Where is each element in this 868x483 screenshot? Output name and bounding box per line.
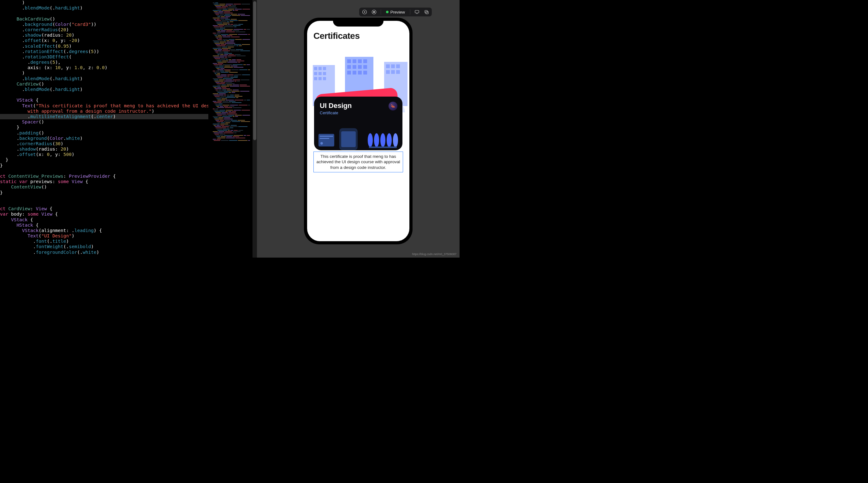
code-line[interactable]: } [0, 125, 208, 130]
code-line[interactable]: ct CardView: View { [0, 206, 208, 212]
svg-rect-19 [347, 59, 351, 63]
duplicate-icon[interactable] [424, 9, 429, 15]
svg-rect-9 [314, 67, 317, 70]
code-line[interactable]: Text("UI Design") [0, 233, 208, 239]
svg-rect-24 [352, 65, 356, 69]
code-line[interactable]: var body: some View { [0, 212, 208, 217]
code-line[interactable]: HStack { [0, 222, 208, 228]
code-line[interactable]: axis: (x: 10, y: 1.0, z: 0.0) [0, 65, 208, 70]
device-notch [333, 18, 383, 27]
svg-rect-41 [320, 136, 333, 137]
code-line[interactable]: ) [0, 70, 208, 76]
description-text[interactable]: This certificate is proof that meng to h… [313, 152, 403, 172]
code-line[interactable]: ContentView() [0, 184, 208, 190]
code-line[interactable]: VStack { [0, 217, 208, 222]
svg-rect-26 [363, 65, 367, 69]
code-line[interactable]: } [0, 157, 208, 162]
status-dot-icon [386, 11, 389, 13]
code-line[interactable]: } [0, 190, 208, 195]
device-frame: Certificates [304, 18, 412, 244]
code-line[interactable]: .offset(x: 0, y: -20) [0, 38, 208, 43]
code-line[interactable]: static var previews: some View { [0, 179, 208, 184]
svg-rect-20 [352, 59, 356, 63]
code-line[interactable]: BackCardView() [0, 17, 208, 22]
code-line[interactable]: .blendMode(.hardLight) [0, 76, 208, 82]
svg-rect-22 [363, 59, 367, 63]
code-line[interactable]: .font(.title) [0, 239, 208, 244]
code-line[interactable] [0, 168, 208, 174]
svg-rect-6 [425, 10, 427, 13]
svg-rect-13 [318, 72, 322, 75]
code-line[interactable]: .rotationEffect(.degrees(5)) [0, 49, 208, 54]
code-line[interactable]: .background(Color.white) [0, 136, 208, 141]
svg-rect-21 [358, 59, 362, 63]
code-line[interactable]: CardView() [0, 82, 208, 87]
watermark: https://blog.csdn.net/m0_37508087 [412, 252, 457, 256]
svg-rect-28 [352, 71, 356, 74]
svg-rect-14 [323, 72, 326, 75]
svg-point-47 [374, 133, 379, 147]
svg-rect-33 [391, 64, 395, 68]
preview-toolbar: Preview [359, 7, 432, 17]
toolbar-divider [381, 9, 381, 14]
code-line[interactable]: Spacer() [0, 119, 208, 125]
code-line[interactable]: .shadow(radius: 20) [0, 32, 208, 38]
code-line[interactable] [0, 11, 208, 16]
svg-rect-37 [396, 70, 400, 74]
code-line[interactable]: .cornerRadius(20) [0, 27, 208, 32]
code-line[interactable] [0, 92, 208, 97]
code-line[interactable]: .shadow(radius: 20) [0, 147, 208, 152]
svg-rect-34 [396, 64, 400, 68]
display-icon[interactable] [414, 9, 420, 15]
svg-rect-17 [323, 77, 326, 80]
page-title: Certificates [313, 31, 403, 41]
svg-rect-35 [386, 70, 390, 74]
svg-rect-15 [314, 77, 317, 80]
code-line[interactable]: .cornerRadius(30) [0, 141, 208, 147]
svg-rect-29 [358, 71, 362, 74]
svg-rect-12 [314, 72, 317, 75]
code-line[interactable]: .degrees(5), [0, 60, 208, 65]
code-line[interactable]: .offset(x: 0, y: 500) [0, 152, 208, 157]
svg-rect-11 [323, 67, 326, 70]
code-line[interactable]: .foregroundColor(.white) [0, 250, 208, 255]
preview-canvas: Preview Certificates [257, 0, 460, 258]
card-title: UI Design [320, 102, 397, 110]
code-line[interactable]: VStack(alignment: .leading) { [0, 228, 208, 233]
code-line[interactable]: .background(Color("card3")) [0, 22, 208, 27]
editor-minimap[interactable] [208, 0, 252, 258]
svg-rect-42 [320, 138, 329, 139]
code-line[interactable]: .padding() [0, 130, 208, 136]
code-line[interactable]: } [0, 163, 208, 168]
preview-status[interactable]: Preview [385, 10, 406, 14]
code-line[interactable]: with approval from a design code instruc… [0, 109, 208, 114]
svg-rect-16 [318, 77, 322, 80]
stop-icon[interactable] [371, 9, 377, 15]
device-screen[interactable]: Certificates [307, 21, 409, 241]
code-line[interactable]: .blendMode(.hardLight) [0, 87, 208, 92]
editor-scrollbar-thumb[interactable] [253, 1, 256, 140]
code-line[interactable] [0, 195, 208, 201]
swift-logo-icon [389, 102, 397, 111]
svg-rect-3 [373, 11, 375, 13]
code-line[interactable]: .blendMode(.hardLight) [0, 5, 208, 11]
svg-rect-32 [386, 64, 390, 68]
svg-point-48 [380, 133, 385, 147]
code-line[interactable]: .rotation3DEffect( [0, 54, 208, 60]
front-card[interactable]: UI Design Certificate [314, 97, 402, 150]
editor-scrollbar-track[interactable] [252, 0, 257, 258]
code-line[interactable]: .multilineTextAlignment(.center) [0, 114, 208, 119]
code-line[interactable] [0, 201, 208, 206]
code-line[interactable]: Text("This certificate is proof that men… [0, 103, 208, 109]
svg-point-46 [368, 133, 373, 147]
play-icon[interactable] [362, 9, 367, 15]
code-line[interactable]: VStack { [0, 97, 208, 103]
svg-rect-4 [415, 10, 419, 13]
svg-rect-7 [426, 11, 428, 14]
code-line[interactable]: .scaleEffect(0.95) [0, 43, 208, 49]
code-line[interactable]: ct ContentView_Previews: PreviewProvider… [0, 174, 208, 179]
svg-point-43 [320, 142, 323, 145]
code-editor[interactable]: ) .blendMode(.hardLight) BackCardView() … [0, 0, 208, 258]
code-line[interactable]: ) [0, 0, 208, 5]
code-line[interactable]: .fontWeight(.semibold) [0, 244, 208, 249]
